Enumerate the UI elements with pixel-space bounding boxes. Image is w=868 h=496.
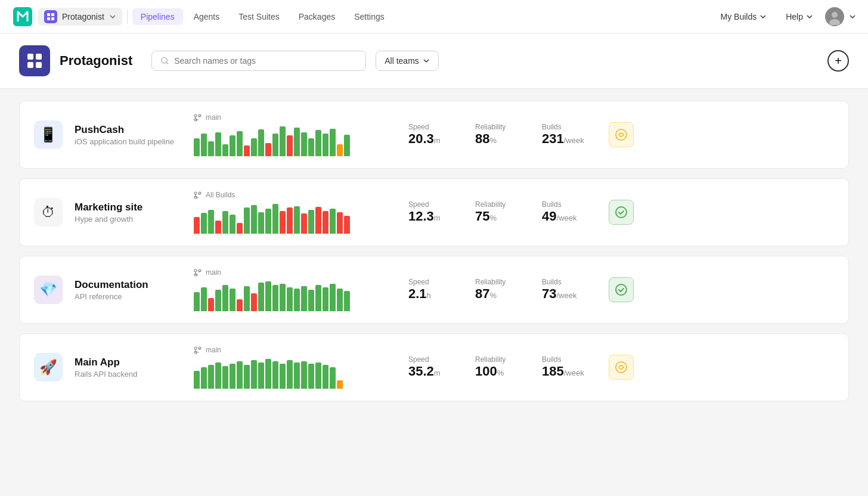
pipeline-chart: main <box>194 346 385 389</box>
chart-bar <box>208 298 214 311</box>
chart-bar <box>315 130 321 156</box>
chart-bar <box>301 286 307 311</box>
chart-bar <box>294 206 300 234</box>
help-button[interactable]: Help <box>779 8 820 25</box>
chart-bar <box>208 141 214 156</box>
chart-bar <box>215 290 221 311</box>
pipeline-status[interactable] <box>609 200 634 225</box>
avatar[interactable] <box>825 7 844 26</box>
chart-bar <box>215 132 221 156</box>
pipeline-info: Main App Rails API backend <box>75 356 182 379</box>
nav-settings[interactable]: Settings <box>346 8 393 25</box>
chart-bar <box>280 284 286 311</box>
search-icon <box>160 56 169 66</box>
chevron-down-icon <box>806 13 813 20</box>
chart-bar <box>323 211 328 234</box>
chart-bar <box>251 138 257 156</box>
pipeline-icon: 📱 <box>34 120 63 149</box>
svg-point-13 <box>194 114 197 117</box>
pipeline-card[interactable]: 🚀 Main App Rails API backend main Speed … <box>19 333 849 401</box>
chart-bar <box>230 215 235 234</box>
chart-bar <box>337 212 343 234</box>
chart-branch-label: main <box>194 346 385 354</box>
pipeline-description: API reference <box>75 292 182 301</box>
chart-bar <box>315 285 321 311</box>
nav-divider <box>127 10 128 24</box>
stat-speed: Speed 2.1h <box>408 278 456 302</box>
pipeline-name: PushCash <box>75 124 182 136</box>
chart-bar <box>337 144 343 156</box>
pipeline-info: PushCash iOS application build pipeline <box>75 124 182 146</box>
svg-rect-10 <box>36 62 42 68</box>
pipeline-chart: main <box>194 113 385 156</box>
nav-agents[interactable]: Agents <box>185 8 228 25</box>
chart-bar <box>272 285 278 311</box>
pipeline-status[interactable] <box>609 122 634 147</box>
chart-bar <box>194 217 200 234</box>
add-pipeline-button[interactable]: + <box>827 50 849 72</box>
chart-bars <box>194 203 385 234</box>
stat-reliability: Reliability 100% <box>475 355 523 379</box>
svg-point-32 <box>616 362 627 373</box>
chart-bar <box>280 126 286 156</box>
chart-bar <box>215 362 221 389</box>
chart-bar <box>308 364 314 389</box>
chart-bar <box>201 287 207 311</box>
chart-bar <box>237 131 243 156</box>
chart-bar <box>330 367 336 389</box>
chart-bar <box>222 211 228 234</box>
pipeline-status[interactable] <box>609 355 634 380</box>
chart-bar <box>330 284 336 311</box>
pipeline-status[interactable] <box>609 277 634 302</box>
chart-branch-label: All Builds <box>194 191 385 199</box>
pipeline-card[interactable]: ⏱ Marketing site Hype and growth All Bui… <box>19 178 849 246</box>
stat-builds: Builds 185/week <box>542 355 590 379</box>
chart-bar <box>258 129 264 156</box>
chart-bar <box>294 289 300 311</box>
pipeline-card[interactable]: 📱 PushCash iOS application build pipelin… <box>19 101 849 169</box>
nav-test-suites[interactable]: Test Suites <box>230 8 287 25</box>
nav-pipelines[interactable]: Pipelines <box>132 8 183 25</box>
stat-reliability: Reliability 87% <box>475 278 523 302</box>
page-title: Protagonist <box>60 53 132 69</box>
pipeline-name: Documentation <box>75 279 182 291</box>
chart-bar <box>258 283 264 311</box>
svg-rect-3 <box>47 17 50 20</box>
pipeline-description: Rails API backend <box>75 370 182 379</box>
stat-builds: Builds 231/week <box>542 123 590 147</box>
status-icon <box>609 277 634 302</box>
pipeline-card[interactable]: 💎 Documentation API reference main Speed… <box>19 256 849 324</box>
nav-packages[interactable]: Packages <box>290 8 343 25</box>
chart-bar <box>244 365 250 389</box>
chevron-down-icon <box>109 13 116 20</box>
chart-bar <box>301 213 307 234</box>
chart-bar <box>308 290 314 311</box>
chart-bar <box>272 361 278 389</box>
chart-bar <box>272 204 278 234</box>
nav-right: My Builds Help <box>714 7 856 26</box>
chart-bar <box>287 360 293 389</box>
stat-reliability: Reliability 75% <box>475 200 523 224</box>
chart-bar <box>265 281 271 311</box>
search-input[interactable] <box>174 56 357 66</box>
status-icon <box>609 355 634 380</box>
project-switcher[interactable]: Protagonist <box>38 8 122 26</box>
chart-bar <box>244 145 250 156</box>
pipeline-chart: All Builds <box>194 191 385 234</box>
svg-rect-8 <box>36 54 42 60</box>
chart-bar <box>323 287 328 311</box>
chart-bar <box>208 210 214 234</box>
my-builds-button[interactable]: My Builds <box>714 8 774 25</box>
chart-bar <box>222 144 228 156</box>
chart-bars <box>194 280 385 311</box>
svg-point-11 <box>162 57 167 63</box>
pipeline-name: Main App <box>75 356 182 368</box>
top-nav: Protagonist Pipelines Agents Test Suites… <box>0 0 868 33</box>
pipeline-chart: main <box>194 268 385 311</box>
pipeline-info: Marketing site Hype and growth <box>75 202 182 224</box>
search-box[interactable] <box>151 51 366 71</box>
teams-dropdown[interactable]: All teams <box>376 51 439 71</box>
svg-point-17 <box>616 129 627 140</box>
stat-builds: Builds 73/week <box>542 278 590 302</box>
chart-bar <box>244 207 250 234</box>
